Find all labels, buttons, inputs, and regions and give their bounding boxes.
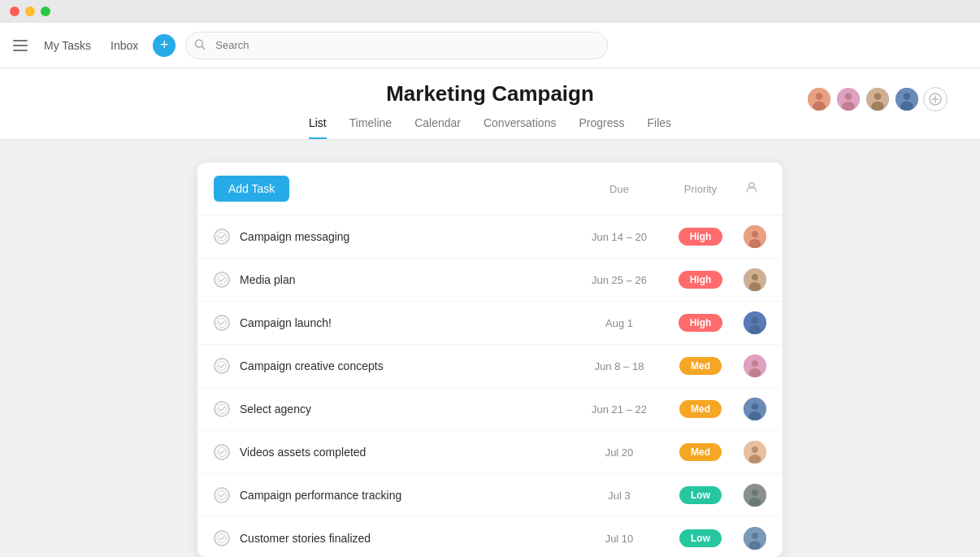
priority-badge-0: High [679,228,723,246]
task-list-header: Add Task Due Priority [197,163,783,215]
avatar-member-1[interactable] [806,86,832,112]
task-priority-2: High [664,314,737,332]
task-avatar-1 [744,268,766,291]
priority-badge-1: High [679,271,723,289]
task-due-0: Jun 14 – 20 [575,231,664,243]
search-input[interactable] [185,32,608,59]
close-button[interactable] [10,7,20,16]
task-row[interactable]: Select agency Jun 21 – 22 Med [197,388,783,431]
task-priority-3: Med [664,357,737,375]
task-row[interactable]: Campaign launch! Aug 1 High [197,302,783,345]
task-avatar-7 [744,527,766,550]
task-check-3[interactable] [214,358,230,374]
svg-point-36 [752,403,758,410]
task-avatar-4 [744,398,766,420]
task-name-6: Campaign performance tracking [240,489,575,502]
avatar-member-3[interactable] [865,86,891,112]
maximize-button[interactable] [41,7,50,16]
svg-point-13 [900,101,913,111]
task-priority-6: Low [664,486,737,504]
task-row[interactable]: Campaign creative concepts Jun 8 – 18 Me… [197,345,783,388]
task-name-7: Customer stories finalized [240,532,575,545]
svg-point-10 [871,101,884,111]
my-tasks-link[interactable]: My Tasks [39,36,96,55]
avatar-member-4[interactable] [894,86,920,112]
task-avatar-3 [744,355,766,377]
task-check-7[interactable] [214,530,230,546]
search-bar [185,32,608,59]
col-due-header: Due [575,183,664,195]
task-due-1: Jun 25 – 26 [575,274,664,286]
task-avatar-6 [744,484,766,507]
task-name-1: Media plan [240,273,575,286]
task-due-6: Jul 3 [575,490,664,502]
task-check-4[interactable] [214,401,230,417]
task-check-1[interactable] [214,272,230,288]
task-check-0[interactable] [214,228,230,245]
task-name-3: Campaign creative concepts [240,359,575,372]
add-member-button[interactable] [923,87,947,111]
task-container: Add Task Due Priority Campaign messaging… [197,163,783,557]
window-chrome [0,0,980,23]
svg-point-32 [752,360,758,367]
svg-point-4 [813,101,826,111]
task-avatar-0 [744,225,766,248]
task-priority-5: Med [664,443,737,461]
svg-point-6 [845,93,852,100]
priority-badge-6: Low [679,486,722,504]
svg-point-9 [874,93,882,100]
svg-point-7 [842,101,855,111]
task-due-7: Jul 10 [575,533,664,545]
svg-point-24 [752,274,758,281]
top-nav: My Tasks Inbox + [0,23,980,68]
add-button[interactable]: + [153,34,176,57]
project-tabs: List Timeline Calendar Conversations Pro… [289,116,691,139]
tab-list[interactable]: List [309,116,327,139]
task-rows-container: Campaign messaging Jun 14 – 20 High Medi… [197,215,783,557]
add-task-button[interactable]: Add Task [214,176,289,202]
tab-files[interactable]: Files [647,116,671,139]
assignee-icon [745,182,758,196]
task-check-6[interactable] [214,487,230,503]
task-due-3: Jun 8 – 18 [575,360,664,372]
task-check-5[interactable] [214,444,230,460]
menu-icon[interactable] [13,37,29,54]
avatar-member-2[interactable] [835,86,861,112]
svg-line-1 [202,46,206,50]
inbox-link[interactable]: Inbox [106,36,143,55]
priority-badge-5: Med [679,443,722,461]
svg-point-40 [752,446,758,453]
svg-point-44 [752,490,758,496]
priority-badge-2: High [679,314,723,332]
task-due-4: Jun 21 – 22 [575,403,664,416]
minimize-button[interactable] [25,7,35,16]
task-priority-1: High [664,271,737,289]
member-avatars [806,86,947,112]
search-icon [194,38,206,52]
task-due-5: Jul 20 [575,446,664,459]
task-due-2: Aug 1 [575,317,664,329]
task-check-2[interactable] [214,315,230,331]
priority-badge-3: Med [679,357,722,375]
svg-point-3 [816,93,823,100]
task-row[interactable]: Campaign performance tracking Jul 3 Low [197,474,783,517]
task-avatar-2 [744,311,766,334]
priority-badge-4: Med [679,400,722,418]
task-row[interactable]: Customer stories finalized Jul 10 Low [197,517,783,557]
task-row[interactable]: Campaign messaging Jun 14 – 20 High [197,215,783,259]
task-row[interactable]: Media plan Jun 25 – 26 High [197,259,783,302]
task-name-0: Campaign messaging [240,230,575,243]
task-row[interactable]: Videos assets completed Jul 20 Med [197,431,783,474]
task-name-2: Campaign launch! [240,316,575,329]
tab-progress[interactable]: Progress [579,116,624,139]
tab-timeline[interactable]: Timeline [349,116,392,139]
priority-badge-7: Low [679,529,722,547]
task-priority-0: High [664,228,737,246]
svg-point-48 [752,533,758,539]
main-content: Marketing Campaign [0,68,980,557]
svg-point-12 [904,93,911,100]
task-name-4: Select agency [240,403,575,416]
tab-conversations[interactable]: Conversations [483,116,557,139]
tab-calendar[interactable]: Calendar [414,116,461,139]
task-name-5: Videos assets completed [240,446,575,459]
